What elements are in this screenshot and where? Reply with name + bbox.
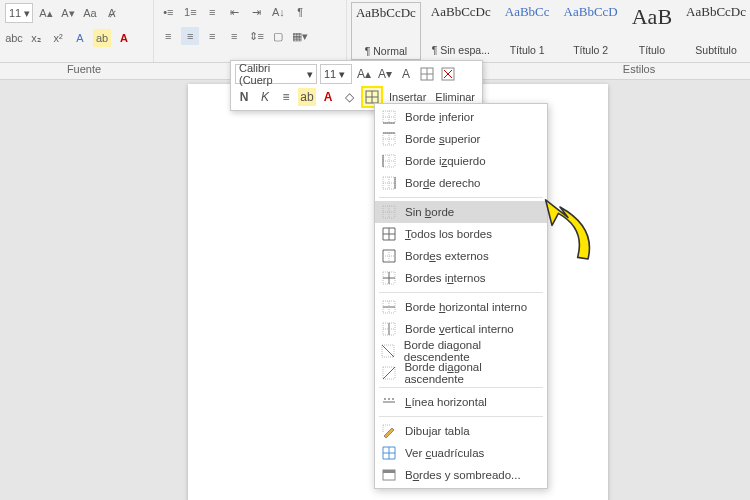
menu-separator [379, 416, 543, 417]
menu-item-label: Borde derecho [405, 177, 480, 189]
border-bottom-icon [381, 109, 397, 125]
mini-highlight-icon[interactable]: ab [298, 88, 316, 106]
change-case-icon[interactable]: Aa [81, 4, 99, 22]
menu-item-grid[interactable]: Ver cuadrículas [375, 442, 547, 464]
align-right-icon[interactable]: ≡ [203, 27, 221, 45]
mini-grow-font-icon[interactable]: A▴ [355, 65, 373, 83]
border-out-icon [381, 248, 397, 264]
indent-right-icon[interactable]: ⇥ [247, 3, 265, 21]
svg-rect-96 [383, 470, 395, 473]
menu-item-border-top[interactable]: Borde superior [375, 128, 547, 150]
menu-item-border-out[interactable]: Bordes externos [375, 245, 547, 267]
style-item-3[interactable]: AaBbCcDTítulo 2 [560, 2, 622, 58]
borders-icon[interactable]: ▦▾ [291, 27, 309, 45]
menu-item-label: Borde inferior [405, 111, 474, 123]
indent-left-icon[interactable]: ⇤ [225, 3, 243, 21]
menu-item-border-left[interactable]: Borde izquierdo [375, 150, 547, 172]
dialog-icon [381, 467, 397, 483]
style-item-2[interactable]: AaBbCcTítulo 1 [501, 2, 554, 58]
menu-item-border-in[interactable]: Bordes internos [375, 267, 547, 289]
styles-group: AaBbCcDc¶ NormalAaBbCcDc¶ Sin espa...AaB… [347, 0, 750, 62]
menu-item-border-none[interactable]: Sin borde [375, 201, 547, 223]
svg-point-84 [384, 398, 386, 400]
numbering-icon[interactable]: 1≡ [181, 3, 199, 21]
style-item-5[interactable]: AaBbCcDcSubtítulo [682, 2, 750, 58]
font-size-box[interactable]: 11 ▾ [5, 3, 33, 23]
mini-insert-label[interactable]: Insertar [386, 91, 429, 103]
style-item-1[interactable]: AaBbCcDc¶ Sin espa... [427, 2, 495, 58]
mini-font-box[interactable]: Calibri (Cuerp ▾ [235, 64, 317, 84]
style-item-0[interactable]: AaBbCcDc¶ Normal [351, 2, 421, 60]
menu-item-border-h[interactable]: Borde horizontal interno [375, 296, 547, 318]
border-none-icon [381, 204, 397, 220]
style-label: Título 1 [505, 44, 550, 56]
mini-bold-icon[interactable]: N [235, 88, 253, 106]
border-in-icon [381, 270, 397, 286]
multilevel-icon[interactable]: ≡ [203, 3, 221, 21]
svg-line-77 [382, 345, 394, 357]
menu-item-dialog[interactable]: Bordes y sombreado... [375, 464, 547, 486]
strike-icon[interactable]: abc [5, 29, 23, 47]
menu-item-diag-up[interactable]: Borde diagonal ascendente [375, 362, 547, 384]
menu-item-draw[interactable]: Dibujar tabla [375, 420, 547, 442]
border-right-icon [381, 175, 397, 191]
grid-icon [381, 445, 397, 461]
menu-item-label: Bordes externos [405, 250, 489, 262]
show-marks-icon[interactable]: ¶ [291, 3, 309, 21]
mini-delete-label[interactable]: Eliminar [432, 91, 478, 103]
menu-item-diag-down[interactable]: Borde diagonal descendente [375, 340, 547, 362]
superscript-icon[interactable]: x² [49, 29, 67, 47]
menu-item-label: Borde diagonal ascendente [404, 361, 539, 385]
menu-item-border-all[interactable]: Todos los bordes [375, 223, 547, 245]
svg-point-86 [392, 398, 394, 400]
mini-italic-icon[interactable]: K [256, 88, 274, 106]
shading-icon[interactable]: ▢ [269, 27, 287, 45]
mini-shading-icon[interactable]: ◇ [340, 88, 358, 106]
border-top-icon [381, 131, 397, 147]
menu-item-label: Borde izquierdo [405, 155, 486, 167]
mini-align-icon[interactable]: ≡ [277, 88, 295, 106]
menu-item-label: Borde diagonal descendente [404, 339, 539, 363]
mini-styles-icon[interactable]: A [397, 65, 415, 83]
font-color-icon[interactable]: A [115, 29, 133, 47]
menu-item-label: Borde superior [405, 133, 480, 145]
menu-item-border-v[interactable]: Borde vertical interno [375, 318, 547, 340]
subscript-icon[interactable]: x₂ [27, 29, 45, 47]
align-center-icon[interactable]: ≡ [181, 27, 199, 45]
mini-table-insert-icon[interactable] [418, 65, 436, 83]
text-effects-icon[interactable]: A [71, 29, 89, 47]
style-preview: AaB [632, 4, 672, 30]
menu-item-label: Bordes y sombreado... [405, 469, 521, 481]
style-label: ¶ Normal [356, 45, 416, 57]
highlight-color-icon[interactable]: ab [93, 29, 111, 47]
menu-item-label: Sin borde [405, 206, 454, 218]
line-spacing-icon[interactable]: ⇕≡ [247, 27, 265, 45]
justify-icon[interactable]: ≡ [225, 27, 243, 45]
mini-fontcolor-icon[interactable]: A [319, 88, 337, 106]
shrink-font-icon[interactable]: A▾ [59, 4, 77, 22]
mini-table-delete-icon[interactable] [439, 65, 457, 83]
sort-icon[interactable]: A↓ [269, 3, 287, 21]
grow-font-icon[interactable]: A▴ [37, 4, 55, 22]
menu-separator [379, 387, 543, 388]
style-label: Título [632, 44, 672, 56]
style-preview: AaBbCcDc [686, 4, 746, 20]
menu-item-label: Todos los bordes [405, 228, 492, 240]
mini-size-box[interactable]: 11 ▾ [320, 64, 352, 84]
group-label-font: Fuente [0, 63, 168, 79]
menu-item-hline[interactable]: Línea horizontal [375, 391, 547, 413]
diag-up-icon [381, 365, 396, 381]
menu-item-border-right[interactable]: Borde derecho [375, 172, 547, 194]
menu-item-border-bottom[interactable]: Borde inferior [375, 106, 547, 128]
svg-line-82 [383, 367, 395, 379]
clear-format-icon[interactable]: A̷ [103, 4, 121, 22]
align-left-icon[interactable]: ≡ [159, 27, 177, 45]
menu-item-label: Dibujar tabla [405, 425, 470, 437]
diag-down-icon [381, 343, 396, 359]
menu-item-label: Línea horizontal [405, 396, 487, 408]
border-h-icon [381, 299, 397, 315]
bullets-icon[interactable]: •≡ [159, 3, 177, 21]
style-preview: AaBbCcDc [356, 5, 416, 21]
style-item-4[interactable]: AaBTítulo [628, 2, 676, 58]
mini-shrink-font-icon[interactable]: A▾ [376, 65, 394, 83]
